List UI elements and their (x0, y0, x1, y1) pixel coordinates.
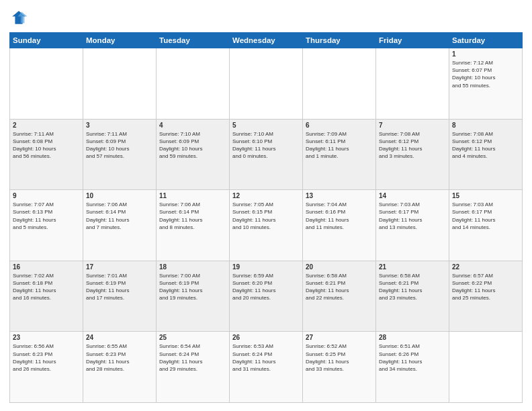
calendar-cell: 14Sunrise: 7:03 AM Sunset: 6:17 PM Dayli… (376, 190, 449, 261)
day-info: Sunrise: 7:01 AM Sunset: 6:19 PM Dayligh… (86, 272, 153, 302)
day-number: 26 (232, 334, 300, 341)
calendar-cell: 12Sunrise: 7:05 AM Sunset: 6:15 PM Dayli… (230, 190, 303, 261)
day-info: Sunrise: 7:03 AM Sunset: 6:17 PM Dayligh… (379, 201, 446, 231)
day-number: 18 (159, 263, 226, 271)
day-number: 9 (13, 192, 80, 199)
weekday-header-friday: Friday (376, 33, 449, 48)
calendar-cell: 8Sunrise: 7:08 AM Sunset: 6:12 PM Daylig… (449, 119, 523, 190)
calendar-cell: 3Sunrise: 7:11 AM Sunset: 6:09 PM Daylig… (83, 119, 157, 190)
calendar-week-1: 2Sunrise: 7:11 AM Sunset: 6:08 PM Daylig… (10, 119, 523, 190)
calendar-cell: 17Sunrise: 7:01 AM Sunset: 6:19 PM Dayli… (83, 261, 157, 332)
calendar-cell (449, 332, 523, 403)
day-number: 5 (232, 122, 300, 129)
day-number: 22 (452, 263, 519, 271)
day-number: 24 (86, 334, 153, 341)
day-info: Sunrise: 6:57 AM Sunset: 6:22 PM Dayligh… (452, 272, 519, 302)
day-info: Sunrise: 7:11 AM Sunset: 6:09 PM Dayligh… (86, 130, 153, 161)
day-number: 17 (86, 263, 153, 271)
calendar-cell: 7Sunrise: 7:08 AM Sunset: 6:12 PM Daylig… (376, 119, 449, 190)
calendar-cell: 10Sunrise: 7:06 AM Sunset: 6:14 PM Dayli… (83, 190, 157, 261)
day-info: Sunrise: 7:06 AM Sunset: 6:14 PM Dayligh… (159, 201, 226, 231)
calendar-week-4: 23Sunrise: 6:56 AM Sunset: 6:23 PM Dayli… (10, 332, 523, 403)
calendar-week-2: 9Sunrise: 7:07 AM Sunset: 6:13 PM Daylig… (10, 190, 523, 261)
day-info: Sunrise: 7:02 AM Sunset: 6:18 PM Dayligh… (13, 272, 80, 302)
day-info: Sunrise: 6:55 AM Sunset: 6:23 PM Dayligh… (86, 342, 153, 373)
weekday-header-monday: Monday (83, 33, 157, 48)
day-number: 12 (232, 192, 300, 199)
calendar-cell: 25Sunrise: 6:54 AM Sunset: 6:24 PM Dayli… (157, 332, 230, 403)
calendar-cell: 1Sunrise: 7:12 AM Sunset: 6:07 PM Daylig… (449, 48, 523, 120)
day-number: 10 (86, 192, 153, 199)
day-number: 4 (159, 122, 226, 129)
calendar-cell: 28Sunrise: 6:51 AM Sunset: 6:26 PM Dayli… (376, 332, 449, 403)
day-info: Sunrise: 7:08 AM Sunset: 6:12 PM Dayligh… (452, 130, 519, 161)
calendar-cell: 23Sunrise: 6:56 AM Sunset: 6:23 PM Dayli… (10, 332, 83, 403)
weekday-header-wednesday: Wednesday (230, 33, 303, 48)
calendar-cell: 6Sunrise: 7:09 AM Sunset: 6:11 PM Daylig… (303, 119, 376, 190)
day-info: Sunrise: 6:54 AM Sunset: 6:24 PM Dayligh… (159, 342, 226, 373)
day-info: Sunrise: 6:58 AM Sunset: 6:21 PM Dayligh… (379, 272, 446, 302)
calendar-cell (157, 48, 230, 120)
weekday-header-sunday: Sunday (10, 33, 83, 48)
calendar-cell: 24Sunrise: 6:55 AM Sunset: 6:23 PM Dayli… (83, 332, 157, 403)
calendar-week-0: 1Sunrise: 7:12 AM Sunset: 6:07 PM Daylig… (10, 48, 523, 120)
calendar-cell: 22Sunrise: 6:57 AM Sunset: 6:22 PM Dayli… (449, 261, 523, 332)
day-number: 15 (452, 192, 519, 199)
day-number: 14 (379, 192, 446, 199)
calendar-cell: 11Sunrise: 7:06 AM Sunset: 6:14 PM Dayli… (157, 190, 230, 261)
calendar-cell: 5Sunrise: 7:10 AM Sunset: 6:10 PM Daylig… (230, 119, 303, 190)
calendar-cell: 4Sunrise: 7:10 AM Sunset: 6:09 PM Daylig… (157, 119, 230, 190)
calendar-cell: 21Sunrise: 6:58 AM Sunset: 6:21 PM Dayli… (376, 261, 449, 332)
day-info: Sunrise: 6:56 AM Sunset: 6:23 PM Dayligh… (13, 342, 80, 373)
calendar-table: SundayMondayTuesdayWednesdayThursdayFrid… (9, 32, 523, 403)
day-number: 13 (306, 192, 373, 199)
calendar-header: SundayMondayTuesdayWednesdayThursdayFrid… (10, 33, 523, 48)
day-number: 3 (86, 122, 153, 129)
day-info: Sunrise: 7:10 AM Sunset: 6:10 PM Dayligh… (232, 130, 300, 161)
day-info: Sunrise: 7:05 AM Sunset: 6:15 PM Dayligh… (232, 201, 300, 231)
header (9, 8, 523, 27)
calendar-cell: 9Sunrise: 7:07 AM Sunset: 6:13 PM Daylig… (10, 190, 83, 261)
calendar-cell (376, 48, 449, 120)
day-number: 8 (452, 122, 519, 129)
day-info: Sunrise: 6:58 AM Sunset: 6:21 PM Dayligh… (306, 272, 373, 302)
calendar-cell: 26Sunrise: 6:53 AM Sunset: 6:24 PM Dayli… (230, 332, 303, 403)
calendar-cell (83, 48, 157, 120)
day-info: Sunrise: 6:51 AM Sunset: 6:26 PM Dayligh… (379, 342, 446, 373)
day-number: 7 (379, 122, 446, 129)
logo (9, 8, 31, 27)
page: SundayMondayTuesdayWednesdayThursdayFrid… (0, 0, 532, 411)
logo-icon (9, 8, 28, 27)
day-number: 25 (159, 334, 226, 341)
day-info: Sunrise: 6:59 AM Sunset: 6:20 PM Dayligh… (232, 272, 300, 302)
calendar-cell (10, 48, 83, 120)
calendar-cell: 2Sunrise: 7:11 AM Sunset: 6:08 PM Daylig… (10, 119, 83, 190)
day-info: Sunrise: 7:00 AM Sunset: 6:19 PM Dayligh… (159, 272, 226, 302)
day-info: Sunrise: 6:53 AM Sunset: 6:24 PM Dayligh… (232, 342, 300, 373)
day-number: 28 (379, 334, 446, 341)
day-number: 16 (13, 263, 80, 271)
calendar-cell: 13Sunrise: 7:04 AM Sunset: 6:16 PM Dayli… (303, 190, 376, 261)
day-info: Sunrise: 7:11 AM Sunset: 6:08 PM Dayligh… (13, 130, 80, 161)
day-number: 1 (452, 50, 519, 58)
calendar-cell: 19Sunrise: 6:59 AM Sunset: 6:20 PM Dayli… (230, 261, 303, 332)
calendar-cell (230, 48, 303, 120)
calendar-week-3: 16Sunrise: 7:02 AM Sunset: 6:18 PM Dayli… (10, 261, 523, 332)
day-info: Sunrise: 7:03 AM Sunset: 6:17 PM Dayligh… (452, 201, 519, 231)
day-number: 20 (306, 263, 373, 271)
day-number: 23 (13, 334, 80, 341)
weekday-header-saturday: Saturday (449, 33, 523, 48)
day-info: Sunrise: 6:52 AM Sunset: 6:25 PM Dayligh… (306, 342, 373, 373)
day-info: Sunrise: 7:08 AM Sunset: 6:12 PM Dayligh… (379, 130, 446, 161)
day-info: Sunrise: 7:12 AM Sunset: 6:07 PM Dayligh… (452, 59, 519, 89)
calendar-cell (303, 48, 376, 120)
day-number: 6 (306, 122, 373, 129)
weekday-header-thursday: Thursday (303, 33, 376, 48)
day-number: 2 (13, 122, 80, 129)
weekday-header-row: SundayMondayTuesdayWednesdayThursdayFrid… (10, 33, 523, 48)
day-number: 19 (232, 263, 300, 271)
day-number: 11 (159, 192, 226, 199)
day-number: 21 (379, 263, 446, 271)
calendar-body: 1Sunrise: 7:12 AM Sunset: 6:07 PM Daylig… (10, 48, 523, 403)
day-info: Sunrise: 7:06 AM Sunset: 6:14 PM Dayligh… (86, 201, 153, 231)
